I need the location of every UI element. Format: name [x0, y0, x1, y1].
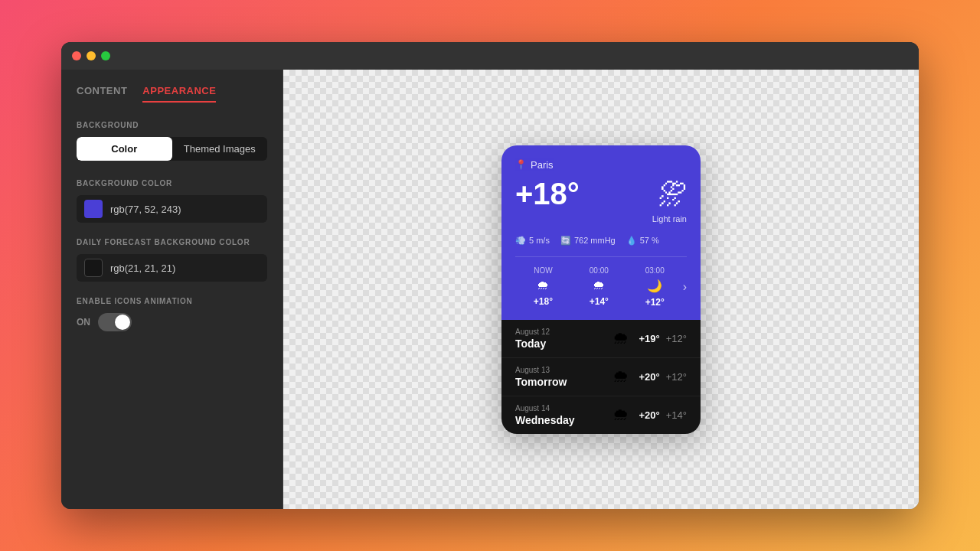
- wind-value: 5 m/s: [529, 236, 550, 245]
- bg-color-btn[interactable]: Color: [77, 137, 172, 161]
- bg-themed-btn[interactable]: Themed Images: [172, 137, 268, 161]
- daily-row-0: August 12 Today 🌧 +19° +12°: [501, 320, 701, 358]
- daily-date-area-1: August 13 Tomorrow: [515, 366, 612, 388]
- daily-icon-2: 🌧: [612, 405, 629, 425]
- daily-bg-color-swatch: [84, 259, 103, 277]
- daily-high-2: +20°: [639, 409, 659, 421]
- hourly-col-2: 03:00 🌙 +12°: [627, 266, 683, 308]
- daily-temps-0: +19° +12°: [639, 333, 687, 344]
- hourly-temp-2: +12°: [627, 297, 683, 308]
- bg-color-swatch: [84, 200, 103, 218]
- hourly-temp-0: +18°: [515, 296, 571, 307]
- hourly-temp-1: +14°: [571, 296, 627, 307]
- weather-meta: 💨 5 m/s 🔄 762 mmHg 💧 57 %: [515, 236, 687, 246]
- hourly-nav-arrow[interactable]: ›: [683, 280, 687, 294]
- title-bar: [61, 42, 919, 70]
- wind-icon: 💨: [515, 236, 526, 246]
- weather-condition: Light rain: [652, 214, 687, 223]
- humidity-icon: 💧: [626, 236, 637, 246]
- weather-daily: August 12 Today 🌧 +19° +12° August 13 To…: [501, 320, 701, 434]
- hourly-label-1: 00:00: [571, 266, 627, 275]
- toggle-thumb: [115, 315, 130, 330]
- animation-section: ENABLE ICONS ANIMATION ON: [77, 297, 267, 331]
- daily-day-2: Wednesday: [515, 414, 612, 426]
- weather-top: 📍 Paris +18° ⛈ Light rain: [501, 145, 701, 320]
- weather-icon-area: ⛈ Light rain: [652, 178, 687, 223]
- daily-day-1: Tomorrow: [515, 376, 612, 388]
- weather-pressure: 🔄 762 mmHg: [560, 236, 616, 246]
- app-window: CONTENT APPEARANCE BACKGROUND Color Them…: [61, 42, 919, 509]
- weather-main: +18° ⛈ Light rain: [515, 178, 687, 223]
- weather-wind: 💨 5 m/s: [515, 236, 550, 246]
- tab-appearance[interactable]: APPEARANCE: [142, 85, 216, 103]
- hourly-icon-1: 🌧: [571, 279, 627, 292]
- bg-color-section: BACKGROUND COLOR rgb(77, 52, 243): [77, 179, 267, 223]
- weather-humidity: 💧 57 %: [626, 236, 659, 246]
- daily-low-2: +14°: [666, 409, 687, 421]
- tab-content[interactable]: CONTENT: [77, 85, 127, 103]
- animation-label: ENABLE ICONS ANIMATION: [77, 297, 267, 305]
- location-name: Paris: [531, 159, 554, 171]
- tab-bar: CONTENT APPEARANCE: [77, 85, 267, 103]
- hourly-label-0: NOW: [515, 266, 571, 275]
- daily-bg-color-section: DAILY FORECAST BACKGROUND COLOR rgb(21, …: [77, 238, 267, 282]
- daily-row-1: August 13 Tomorrow 🌧 +20° +12°: [501, 358, 701, 396]
- background-toggle-group: Color Themed Images: [77, 137, 267, 161]
- hourly-section: NOW 🌧 +18° 00:00 🌧 +14° 03:00: [515, 256, 687, 308]
- preview-panel: 📍 Paris +18° ⛈ Light rain: [283, 70, 919, 509]
- pressure-icon: 🔄: [560, 236, 571, 246]
- pressure-value: 762 mmHg: [574, 236, 616, 245]
- bg-color-row[interactable]: rgb(77, 52, 243): [77, 195, 267, 223]
- hourly-col-1: 00:00 🌧 +14°: [571, 266, 627, 307]
- daily-date-2: August 14: [515, 404, 612, 412]
- maximize-dot[interactable]: [101, 51, 110, 60]
- daily-icon-0: 🌧: [612, 328, 629, 348]
- daily-date-0: August 12: [515, 328, 612, 336]
- window-body: CONTENT APPEARANCE BACKGROUND Color Them…: [61, 70, 919, 509]
- daily-icon-1: 🌧: [612, 367, 629, 386]
- hourly-label-2: 03:00: [627, 266, 683, 275]
- animation-toggle-row: ON: [77, 313, 267, 331]
- weather-main-icon: ⛈: [652, 178, 687, 211]
- hourly-col-0: NOW 🌧 +18°: [515, 266, 571, 307]
- daily-high-1: +20°: [639, 371, 659, 383]
- daily-bg-color-row[interactable]: rgb(21, 21, 21): [77, 254, 267, 282]
- daily-row-2: August 14 Wednesday 🌧 +20° +14°: [501, 396, 701, 434]
- daily-low-1: +12°: [666, 371, 687, 383]
- daily-bg-color-value: rgb(21, 21, 21): [110, 262, 175, 274]
- daily-date-1: August 13: [515, 366, 612, 374]
- bg-color-label: BACKGROUND COLOR: [77, 179, 267, 187]
- weather-location: 📍 Paris: [515, 159, 687, 171]
- daily-bg-color-label: DAILY FORECAST BACKGROUND COLOR: [77, 238, 267, 246]
- daily-temps-1: +20° +12°: [639, 371, 687, 383]
- animation-toggle-label: ON: [77, 317, 90, 328]
- weather-widget: 📍 Paris +18° ⛈ Light rain: [501, 145, 701, 434]
- daily-high-0: +19°: [639, 333, 659, 344]
- background-section-label: BACKGROUND: [77, 121, 267, 129]
- daily-low-0: +12°: [666, 333, 687, 344]
- toggle-track: [98, 313, 132, 331]
- humidity-value: 57 %: [640, 236, 659, 245]
- daily-date-area-0: August 12 Today: [515, 328, 612, 350]
- hourly-icon-0: 🌧: [515, 279, 571, 292]
- bg-color-value: rgb(77, 52, 243): [110, 204, 181, 215]
- location-pin-icon: 📍: [515, 159, 527, 170]
- hourly-row: NOW 🌧 +18° 00:00 🌧 +14° 03:00: [515, 266, 687, 308]
- daily-date-area-2: August 14 Wednesday: [515, 404, 612, 426]
- animation-toggle-switch[interactable]: [98, 313, 132, 331]
- close-dot[interactable]: [72, 51, 81, 60]
- weather-temperature: +18°: [515, 178, 580, 209]
- left-panel: CONTENT APPEARANCE BACKGROUND Color Them…: [61, 70, 283, 509]
- daily-temps-2: +20° +14°: [639, 409, 687, 421]
- hourly-icon-2: 🌙: [627, 279, 683, 293]
- minimize-dot[interactable]: [87, 51, 96, 60]
- daily-day-0: Today: [515, 337, 612, 350]
